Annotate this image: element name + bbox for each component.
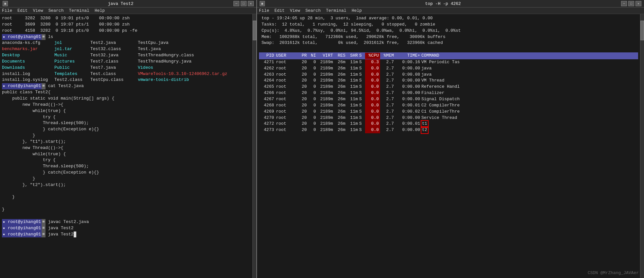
left-terminal: ▣ java Test2 ─ □ ✕ File Edit View Search… xyxy=(0,0,257,278)
right-terminal-content: top - 19:24:05 up 28 min, 3 users, load … xyxy=(257,14,640,278)
code-line-12: try { xyxy=(2,157,250,163)
right-menu-terminal[interactable]: Terminal xyxy=(326,8,346,13)
bottom-prompt-2: ★ root@yihang01 ≡ java Test2 xyxy=(2,225,250,232)
top-status-3: Cpu(s): 4.8%us, 0.7%sy, 0.0%ni, 94.5%id,… xyxy=(259,28,638,34)
ps-line-3: root 4158 3282 0 19:18 pts/0 00:00:00 ps… xyxy=(2,28,250,34)
top-blank xyxy=(259,46,638,52)
right-title-controls: ─ □ ✕ xyxy=(621,1,641,6)
prompt-dir-2: ≡ xyxy=(42,83,46,89)
right-window-icon: ▣ xyxy=(260,1,265,6)
cmd-t2-highlight: t2 xyxy=(421,127,428,133)
right-scrollbar-thumb[interactable] xyxy=(640,21,644,40)
bottom-cmd-3: java Test2 xyxy=(46,232,74,238)
code-line-10: new Thread(()->{ xyxy=(2,145,250,151)
right-menu-view[interactable]: View xyxy=(290,8,300,13)
ps-line-1: root 3282 3280 0 19:01 pts/0 00:00:00 zs… xyxy=(2,15,250,22)
top-status-1: top - 19:24:05 up 28 min, 3 users, load … xyxy=(259,15,638,22)
code-line-13: Thread.sleep(500); xyxy=(2,163,250,170)
ls-row-3: Desktop Music Test32.java TestThreadHung… xyxy=(2,52,250,59)
header-s: S xyxy=(359,53,365,59)
left-menu-view[interactable]: View xyxy=(33,8,43,13)
left-menu-file[interactable]: File xyxy=(2,8,12,13)
right-title-bar-left: ▣ xyxy=(260,1,265,6)
left-maximize-btn[interactable]: □ xyxy=(241,1,247,6)
right-minimize-btn[interactable]: ─ xyxy=(621,1,627,6)
left-menu-terminal[interactable]: Terminal xyxy=(69,8,89,13)
right-menu-search[interactable]: Search xyxy=(305,8,321,13)
prompt-user-1: ★ root@yihang01 xyxy=(2,34,42,40)
blank-1 xyxy=(2,200,250,207)
watermark: CSDN @MrZhang_JAVAer xyxy=(588,270,639,275)
top-status-2: Tasks: 12 total, 1 running, 12 sleeping,… xyxy=(259,22,638,28)
ps-line-2: root 3609 3280 0 19:07 pts/1 00:00:00 zs… xyxy=(2,22,250,28)
code-line-18: } xyxy=(2,194,250,200)
code-line-19: } xyxy=(2,207,250,213)
top-status-5: Swap: 2031612k total, 0k used, 2031612k … xyxy=(259,40,638,46)
bottom-prompt-dir-3: ≡ xyxy=(42,232,46,238)
left-window-icon: ▣ xyxy=(3,1,8,6)
prompt-cat: ★ root@yihang01 ≡ cat Test2.java xyxy=(2,83,250,89)
right-close-btn[interactable]: ✕ xyxy=(635,1,641,6)
left-close-btn[interactable]: ✕ xyxy=(248,1,254,6)
right-scrollbar[interactable] xyxy=(640,14,644,278)
header-pr: PR xyxy=(299,53,308,59)
ls-row-7: install.log.syslog Test2.class TestCpu.c… xyxy=(2,77,250,83)
code-line-4: while(true) { xyxy=(2,108,250,114)
left-window-title: java Test2 xyxy=(8,1,233,6)
right-menu-file[interactable]: File xyxy=(259,8,269,13)
proc-row-4268: 4268 root 20 0 2189m 26m 11m S 0.0 2.7 0… xyxy=(259,102,638,109)
code-line-6: Thread.sleep(500); xyxy=(2,120,250,126)
prompt-dir-1: ≡ xyxy=(42,34,46,40)
bottom-prompt-1: ★ root@yihang01 ≡ javac Test2.java xyxy=(2,219,250,225)
header-time: TIME+ xyxy=(395,53,421,59)
bottom-prompt-3: ★ root@yihang01 ≡ java Test2 xyxy=(2,232,250,238)
left-menu-help[interactable]: Help xyxy=(95,8,105,13)
left-menu-search[interactable]: Search xyxy=(48,8,64,13)
code-line-17 xyxy=(2,188,250,195)
ls-row-2: benchmarks.jar jol.tar Test32.class Test… xyxy=(2,46,250,52)
header-mem: %MEM xyxy=(380,53,395,59)
header-shr: SHR xyxy=(347,53,359,59)
proc-row-4270: 4270 root 20 0 2189m 26m 11m S 0.0 2.7 0… xyxy=(259,115,638,121)
code-line-9: }, "t1").start(); xyxy=(2,139,250,145)
top-status-4: Mem: 1002988k total, 712360k used, 29062… xyxy=(259,34,638,40)
left-title-bar-left: ▣ xyxy=(3,1,8,6)
left-scrollbar[interactable] xyxy=(252,14,256,278)
proc-row-4262: 4262 root 20 0 2189m 26m 11m S 0.0 2.7 0… xyxy=(259,65,638,72)
code-line-8: } xyxy=(2,133,250,139)
left-scrollbar-thumb[interactable] xyxy=(253,21,256,40)
left-title-bar: ▣ java Test2 ─ □ ✕ xyxy=(0,0,256,8)
blank-2 xyxy=(2,213,250,219)
left-menu-edit[interactable]: Edit xyxy=(17,8,28,13)
code-line-2: public static void main(String[] args) { xyxy=(2,96,250,102)
prompt-ls: ★ root@yihang01 ≡ ls xyxy=(2,34,250,40)
ls-row-6: install.log Templates Test.class VMwareT… xyxy=(2,71,250,77)
left-title-controls: ─ □ ✕ xyxy=(233,1,254,6)
header-cmd: COMMAND xyxy=(421,53,638,59)
bottom-prompt-user-1: ★ root@yihang01 xyxy=(2,219,42,225)
cat-command: cat Test2.java xyxy=(46,83,84,89)
right-menu-bar: File Edit View Search Terminal Help xyxy=(257,8,644,14)
right-terminal: ▣ top -H -p 4262 ─ □ ✕ File Edit View Se… xyxy=(257,0,644,278)
code-line-1: public class Test2{ xyxy=(2,89,250,96)
proc-row-4271: 4271 root 20 0 2189m 26m 11m S 0.3 2.7 0… xyxy=(259,59,638,65)
ls-row-4: Documents Pictures Test7.class TestThrea… xyxy=(2,59,250,65)
bottom-prompt-dir-1: ≡ xyxy=(42,219,46,225)
proc-row-4267: 4267 root 20 0 2189m 26m 11m S 0.0 2.7 0… xyxy=(259,96,638,102)
header-user: USER xyxy=(276,53,299,59)
bottom-prompt-dir-2: ≡ xyxy=(42,225,46,232)
header-res: RES xyxy=(334,53,347,59)
right-menu-help[interactable]: Help xyxy=(352,8,362,13)
code-line-3: new Thread(()->{ xyxy=(2,102,250,108)
proc-row-4263: 4263 root 20 0 2189m 26m 11m S 0.0 2.7 0… xyxy=(259,72,638,78)
code-line-15: } xyxy=(2,176,250,182)
right-maximize-btn[interactable]: □ xyxy=(628,1,634,6)
header-virt: VIRT xyxy=(317,53,334,59)
right-menu-edit[interactable]: Edit xyxy=(274,8,285,13)
proc-row-4272: 4272 root 20 0 2189m 26m 11m S 0.0 2.7 0… xyxy=(259,121,638,127)
ls-row-1: anaconda-ks.cfg jol Test2.java TestCpu.j… xyxy=(2,40,250,46)
header-cpu: %CPU xyxy=(365,53,380,59)
code-line-7: } catch(Exception e){} xyxy=(2,126,250,133)
left-minimize-btn[interactable]: ─ xyxy=(233,1,239,6)
proc-row-4273: 4273 root 20 0 2189m 26m 11m S 0.0 2.7 0… xyxy=(259,127,638,133)
